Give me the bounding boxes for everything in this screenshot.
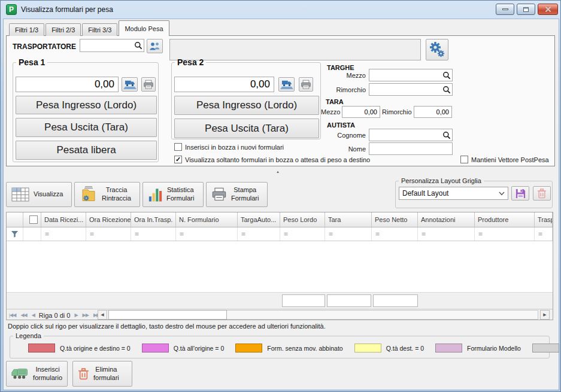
close-button[interactable] bbox=[538, 4, 558, 15]
pesa2-print-button[interactable] bbox=[299, 77, 313, 92]
statistica-formulari-button[interactable]: StatisticaFormulari bbox=[142, 182, 204, 207]
delete-trash-icon bbox=[78, 367, 89, 381]
filter-cell[interactable]: = bbox=[41, 227, 86, 241]
only-draft-checkbox[interactable]: ✓ Visualizza soltanto formulari in bozza… bbox=[174, 156, 370, 163]
autista-cognome-label: Cognome bbox=[329, 132, 366, 139]
pager-prev-page-button[interactable]: ◀◀ bbox=[18, 312, 29, 318]
traccia-rintraccia-button[interactable]: TracciaRintraccia bbox=[74, 182, 140, 207]
pesa1-uscita-button[interactable]: Pesa Uscita (Tara) bbox=[16, 118, 157, 137]
legend-item: Q.tà origine e destino = 0 bbox=[28, 344, 131, 353]
tab-modulo-pesa[interactable]: Modulo Pesa bbox=[119, 20, 169, 36]
col-peso-netto[interactable]: Peso Netto bbox=[372, 212, 418, 227]
pesa2-uscita-button[interactable]: Pesa Uscita (Tara) bbox=[174, 118, 319, 138]
targa-mezzo-input[interactable] bbox=[369, 69, 453, 81]
search-icon bbox=[442, 86, 451, 94]
tara-title: TARA bbox=[326, 98, 344, 105]
draft-new-checkbox[interactable]: Inserisci in bozza i nuovi formulari bbox=[174, 143, 284, 151]
filter-cell[interactable]: = bbox=[176, 227, 238, 241]
col-peso-lordo[interactable]: Peso Lordo bbox=[280, 212, 325, 227]
legend-swatch bbox=[435, 344, 462, 353]
pager-first-button[interactable]: |◀◀ bbox=[7, 312, 18, 318]
splitter-handle[interactable]: ▲ bbox=[276, 170, 280, 174]
pesa1-libera-button[interactable]: Pesata libera bbox=[16, 141, 157, 160]
legend-item: Formulario Modello bbox=[435, 344, 521, 353]
filter-cell[interactable] bbox=[23, 227, 41, 241]
filter-cell[interactable]: = bbox=[418, 227, 475, 241]
settings-button[interactable] bbox=[426, 39, 448, 60]
inserisci-line2: formulario bbox=[33, 374, 62, 381]
col-targa-auto[interactable]: TargaAuto... bbox=[238, 212, 280, 227]
minimize-icon bbox=[502, 8, 508, 10]
col-data-ricezione[interactable]: Data Ricezi... bbox=[41, 212, 86, 227]
col-produttore[interactable]: Produttore bbox=[475, 212, 535, 227]
select-all-checkbox[interactable] bbox=[29, 215, 38, 224]
printer-icon bbox=[211, 187, 227, 202]
legend-group: Legenda Q.tà origine e destino = 0 Q.tà … bbox=[10, 332, 550, 358]
pesa1-print-button[interactable] bbox=[141, 77, 156, 92]
grid-data-area[interactable] bbox=[7, 241, 553, 293]
tab-strip: Filtri 1/3 Filtri 2/3 Filtri 3/3 Modulo … bbox=[9, 20, 171, 36]
autista-nome-input[interactable] bbox=[369, 142, 453, 155]
filter-cell[interactable]: = bbox=[535, 227, 553, 241]
app-window: P Visualizza formulari per pesa Filtri 1… bbox=[0, 0, 561, 392]
keep-vector-checkbox[interactable]: Mantieni Vettore PostPesa bbox=[460, 156, 549, 163]
col-trasportatore[interactable]: Traspo bbox=[535, 212, 553, 227]
maximize-button[interactable] bbox=[517, 4, 535, 15]
col-tara[interactable]: Tara bbox=[325, 212, 372, 227]
elimina-formulari-button[interactable]: Eliminaformulari bbox=[72, 361, 132, 387]
col-ora-in-trasp[interactable]: Ora In.Trasp. bbox=[131, 212, 176, 227]
layout-select[interactable]: Default Layout bbox=[399, 187, 508, 200]
stampa-line2: Formulari bbox=[231, 195, 259, 202]
save-layout-button[interactable] bbox=[511, 186, 529, 200]
tara-rimorchio-input[interactable] bbox=[414, 106, 452, 118]
filter-cell[interactable]: = bbox=[280, 227, 325, 241]
grid-filter-row: = = = = = = = = = = = bbox=[7, 227, 553, 241]
filter-cell[interactable]: = bbox=[131, 227, 176, 241]
minimize-button[interactable] bbox=[496, 4, 514, 15]
pesa2-weighbridge-button[interactable] bbox=[278, 77, 295, 92]
pesa1-weight-input[interactable] bbox=[16, 77, 119, 92]
layout-group: Personalizza Layout Griglia Default Layo… bbox=[395, 177, 553, 208]
filter-cell[interactable]: = bbox=[325, 227, 372, 241]
folder-gear-icon bbox=[80, 186, 98, 203]
filter-cell[interactable]: = bbox=[86, 227, 131, 241]
pesa2-weight-input[interactable] bbox=[174, 77, 274, 92]
transporter-lookup-button[interactable] bbox=[147, 39, 163, 53]
stampa-formulari-button[interactable]: StampaFormulari bbox=[206, 182, 268, 207]
col-ora-ricezione[interactable]: Ora Ricezione bbox=[86, 212, 131, 227]
title-bar[interactable]: P Visualizza formulari per pesa bbox=[1, 1, 560, 19]
horizontal-scrollbar-thumb[interactable] bbox=[108, 310, 227, 320]
visualizza-button[interactable]: Visualizza bbox=[6, 182, 72, 207]
select-all-header[interactable] bbox=[23, 212, 41, 227]
pager-next-button[interactable]: ▶ bbox=[72, 312, 80, 318]
pesa2-ingresso-button[interactable]: Pesa Ingresso (Lordo) bbox=[174, 96, 319, 115]
tab-filtri-1[interactable]: Filtri 1/3 bbox=[9, 23, 44, 36]
table-icon bbox=[11, 187, 29, 202]
traccia-line2: Rintraccia bbox=[102, 195, 131, 202]
scroll-left-button[interactable]: ◀ bbox=[98, 310, 107, 320]
tab-filtri-3[interactable]: Filtri 3/3 bbox=[82, 23, 117, 36]
legend-swatch bbox=[235, 344, 262, 353]
tab-filtri-2[interactable]: Filtri 2/3 bbox=[46, 23, 81, 36]
search-icon bbox=[442, 131, 451, 139]
pager-prev-button[interactable]: ◀ bbox=[29, 312, 37, 318]
filter-cell[interactable]: = bbox=[238, 227, 280, 241]
pager-position-text: Riga 0 di 0 bbox=[37, 312, 72, 319]
tara-mezzo-input[interactable] bbox=[342, 106, 380, 118]
autista-cognome-input[interactable] bbox=[369, 129, 453, 141]
filter-cell[interactable]: = bbox=[372, 227, 418, 241]
inserisci-formulario-button[interactable]: Inserisciformulario bbox=[6, 361, 68, 387]
elimina-line2: formulari bbox=[93, 374, 119, 381]
col-annotazioni[interactable]: Annotazioni bbox=[418, 212, 475, 227]
col-n-formulario[interactable]: N. Formulario bbox=[176, 212, 238, 227]
targa-rimorchio-input[interactable] bbox=[369, 83, 453, 96]
filter-cell[interactable]: = bbox=[475, 227, 535, 241]
delete-layout-button[interactable] bbox=[533, 186, 551, 200]
pager-next-page-button[interactable]: ▶▶ bbox=[80, 312, 91, 318]
trash-icon bbox=[537, 188, 547, 199]
scroll-right-button[interactable]: ▶ bbox=[540, 310, 550, 320]
pesa1-weighbridge-button[interactable] bbox=[122, 77, 138, 92]
pesa1-ingresso-button[interactable]: Pesa Ingresso (Lordo) bbox=[16, 96, 157, 114]
summary-peso-lordo bbox=[282, 294, 325, 307]
inserisci-line1: Inserisci bbox=[35, 366, 59, 373]
